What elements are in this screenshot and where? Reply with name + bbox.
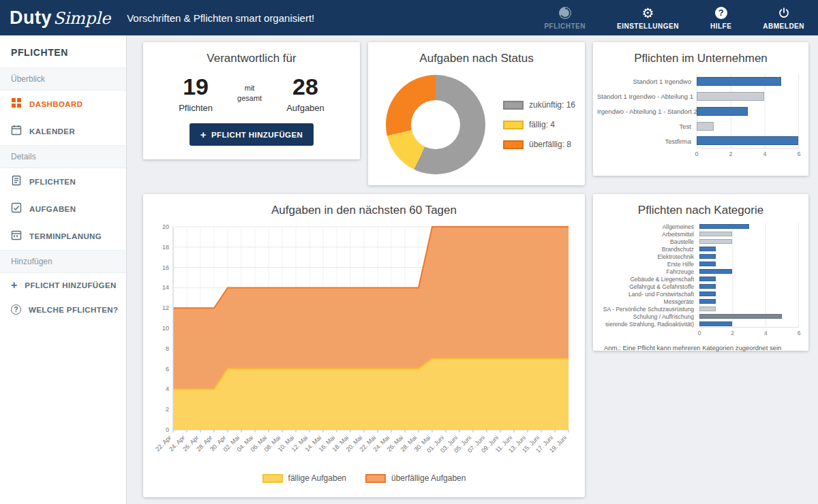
pflicht-hinzufuegen-button[interactable]: + PFLICHT HINZUFÜGEN: [190, 123, 314, 146]
kategorie-bar-chart: AllgemeinesArbeitsmittelBaustelleBrandsc…: [597, 223, 799, 338]
bar-category-label: Standort 1 Irgendwo - Abteilung 1: [597, 93, 697, 100]
bar-row: Brandschutz: [597, 245, 799, 253]
card-title: Pflichten nach Kategorie: [593, 194, 808, 217]
bar-category-label: sierende Strahlung, Radioaktivität): [597, 321, 699, 328]
bar-category-label: Fahrzeuge: [597, 268, 699, 275]
legend-label: zukünftig: 16: [529, 100, 575, 110]
legend-item[interactable]: überfällige Aufgaben: [365, 473, 466, 483]
bar-row: Irgendwo - Abteilung 1 - Standort 2: [597, 104, 799, 119]
bar-track: [699, 275, 799, 283]
sidebar-item-label: WELCHE PFLICHTEN?: [29, 306, 118, 314]
sidebar-item-label: KALENDER: [29, 127, 75, 136]
bar: [699, 299, 716, 304]
bar-track: [699, 268, 799, 275]
aufgaben-count-block: 28 Aufgaben: [286, 75, 324, 113]
bar-category-label: Schulung / Auffrischung: [597, 313, 699, 320]
sidebar-item-pflicht-hinzufuegen[interactable]: + PFLICHT HINZUFÜGEN: [0, 273, 126, 298]
sidebar: PFLICHTEN Überblick DASHBOARD KALENDER D…: [0, 35, 127, 504]
sidebar-item-pflichten[interactable]: PFLICHTEN: [0, 168, 126, 195]
bar-row: Test: [597, 119, 799, 133]
bar-row: Allgemeines: [597, 223, 799, 230]
bar-row: Gefahrgut & Gefahrstoffe: [597, 283, 799, 290]
topbar-action-abmelden[interactable]: ABMELDEN: [763, 6, 804, 30]
bar-row: Baustelle: [597, 238, 799, 245]
topbar-action-einstellungen[interactable]: ⚙ EINSTELLUNGEN: [617, 6, 679, 30]
legend-label: überfällig: 8: [529, 140, 571, 149]
topbar-actions: PFLICHTEN ⚙ EINSTELLUNGEN ? HILFE ABMELD…: [544, 6, 804, 30]
logo-text-secondary: Simple: [53, 9, 110, 28]
plus-icon: +: [11, 280, 17, 291]
area-chart-svg: 0246810121416182022. Apr24. Apr26. Apr28…: [153, 220, 575, 473]
bar-row: Gebäude & Liegenschaft: [597, 275, 799, 283]
bar-track: [697, 74, 799, 89]
legend-item[interactable]: überfällig: 8: [503, 140, 575, 149]
bar-row: Standort 1 Irgendwo - Abteilung 1: [597, 89, 799, 104]
topbar-action-pflichten[interactable]: PFLICHTEN: [544, 6, 586, 30]
sidebar-item-label: PFLICHT HINZUFÜGEN: [25, 281, 116, 289]
sidebar-item-kalender[interactable]: KALENDER: [0, 118, 126, 145]
bar: [697, 77, 781, 86]
help-icon: ?: [715, 6, 727, 20]
y-tick-label: 4: [166, 385, 169, 392]
bar-track: [699, 260, 799, 268]
bar: [699, 314, 782, 319]
y-tick-label: 18: [162, 244, 169, 251]
bar-track: [697, 89, 799, 104]
bar-row: Arbeitsmittel: [597, 230, 799, 238]
topbar-action-hilfe[interactable]: ? HILFE: [710, 6, 731, 30]
card-title: Aufgaben in den nächsten 60 Tagen: [143, 194, 585, 217]
sidebar-section-ueberblick: Überblick: [0, 67, 126, 91]
card-aufgaben-60-tage: Aufgaben in den nächsten 60 Tagen 024681…: [143, 194, 585, 497]
card-pflichten-nach-kategorie: Pflichten nach Kategorie AllgemeinesArbe…: [593, 194, 808, 351]
bar-category-label: Elektrotechnik: [597, 253, 699, 260]
bar: [697, 92, 764, 101]
sidebar-item-label: TERMINPLANUNG: [29, 232, 102, 240]
duty-roundel-icon: [558, 6, 572, 20]
status-legend: zukünftig: 16fällig: 4überfällig: 8: [503, 100, 575, 149]
bar-axis: 0246: [597, 150, 799, 159]
axis-spacer: [597, 329, 699, 338]
legend-item[interactable]: fällig: 4: [503, 120, 575, 129]
bar-track: [699, 223, 799, 230]
bar-category-label: Test: [597, 123, 697, 130]
status-donut-chart: [386, 75, 485, 174]
bar-category-label: Allgemeines: [597, 223, 699, 230]
topbar-action-label: PFLICHTEN: [544, 22, 586, 30]
axis-tick-label: 2: [729, 151, 732, 157]
sidebar-item-aufgaben[interactable]: AUFGABEN: [0, 195, 126, 223]
bar-row: Schulung / Auffrischung: [597, 313, 799, 320]
aufgaben-count-label: Aufgaben: [286, 103, 324, 113]
bar: [699, 247, 716, 251]
calendar-icon: [11, 125, 22, 138]
bar: [699, 232, 732, 236]
power-icon: [778, 6, 790, 20]
bar-category-label: Gefahrgut & Gefahrstoffe: [597, 283, 699, 290]
logo-text-primary: Duty: [10, 7, 52, 29]
schedule-icon: [11, 230, 22, 243]
bar: [699, 262, 716, 266]
summary-middle-label: mit gesamt: [237, 83, 262, 104]
aufgaben-count: 28: [286, 75, 324, 98]
topbar: Duty Simple Vorschriften & Pflichten sma…: [0, 0, 818, 35]
legend-item[interactable]: fällige Aufgaben: [262, 473, 346, 483]
area-chart-legend: fällige Aufgabenüberfällige Aufgaben: [143, 473, 585, 483]
topbar-action-label: ABMELDEN: [763, 22, 804, 30]
sidebar-item-welche-pflichten[interactable]: ? WELCHE PFLICHTEN?: [0, 298, 126, 321]
axis-tick-label: 6: [798, 330, 801, 336]
app-logo[interactable]: Duty Simple: [10, 7, 110, 29]
y-tick-label: 10: [162, 325, 169, 332]
bar-row: Testfirma: [597, 133, 799, 148]
y-tick-label: 0: [166, 426, 169, 433]
question-icon: ?: [11, 304, 21, 315]
sidebar-item-terminplanung[interactable]: TERMINPLANUNG: [0, 223, 126, 250]
bar-category-label: SA - Persönliche Schutzausrüstung: [597, 306, 699, 313]
bar: [699, 269, 732, 274]
bar-track: [697, 104, 799, 119]
sidebar-item-dashboard[interactable]: DASHBOARD: [0, 91, 126, 118]
bar-track: [699, 230, 799, 238]
legend-item[interactable]: zukünftig: 16: [503, 100, 575, 110]
checkbox-icon: [11, 202, 22, 216]
add-button-label: PFLICHT HINZUFÜGEN: [211, 131, 303, 139]
y-tick-label: 8: [166, 345, 169, 352]
y-tick-label: 16: [162, 264, 169, 271]
